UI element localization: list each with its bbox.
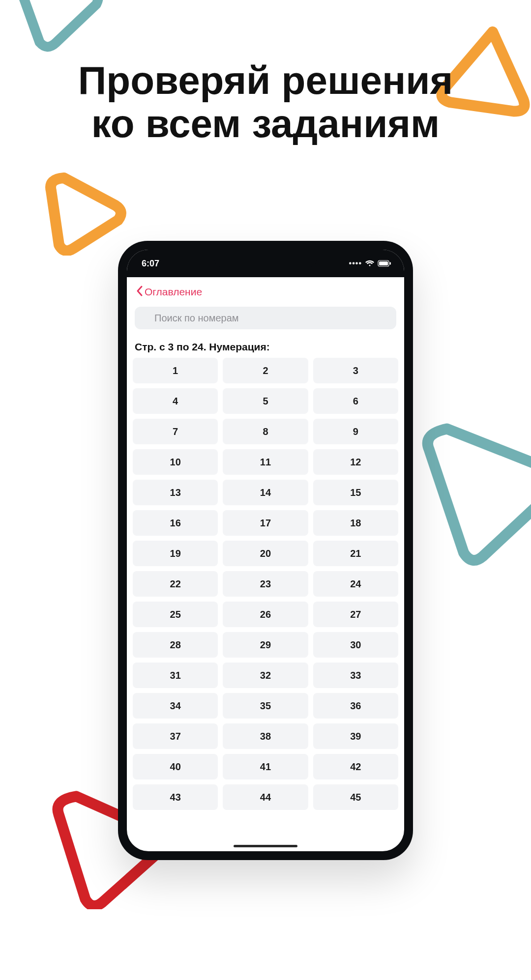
number-button[interactable]: 24 <box>313 571 398 597</box>
number-button[interactable]: 20 <box>223 541 308 566</box>
number-button[interactable]: 37 <box>133 723 218 749</box>
number-button[interactable]: 31 <box>133 663 218 688</box>
number-button[interactable]: 16 <box>133 510 218 536</box>
number-button[interactable]: 15 <box>313 480 398 505</box>
decoration-shape-teal-top <box>10 0 108 54</box>
number-button[interactable]: 36 <box>313 693 398 719</box>
number-grid: 1234567891011121314151617181920212223242… <box>127 358 404 810</box>
back-label: Оглавление <box>145 286 202 298</box>
number-button[interactable]: 17 <box>223 510 308 536</box>
number-button[interactable]: 13 <box>133 480 218 505</box>
phone-notch <box>214 250 317 268</box>
number-button[interactable]: 7 <box>133 419 218 444</box>
number-button[interactable]: 39 <box>313 723 398 749</box>
search-wrap <box>127 307 404 334</box>
number-button[interactable]: 38 <box>223 723 308 749</box>
number-button[interactable]: 41 <box>223 754 308 779</box>
number-button[interactable]: 35 <box>223 693 308 719</box>
number-button[interactable]: 1 <box>133 358 218 383</box>
number-button[interactable]: 21 <box>313 541 398 566</box>
number-button[interactable]: 44 <box>223 784 308 810</box>
number-button[interactable]: 45 <box>313 784 398 810</box>
headline-line-2: ко всем заданиям <box>91 102 440 145</box>
number-button[interactable]: 12 <box>313 449 398 475</box>
svg-rect-1 <box>379 261 388 265</box>
number-button[interactable]: 29 <box>223 632 308 658</box>
number-button[interactable]: 25 <box>133 602 218 627</box>
number-button[interactable]: 5 <box>223 388 308 414</box>
number-button[interactable]: 3 <box>313 358 398 383</box>
number-button[interactable]: 9 <box>313 419 398 444</box>
number-button[interactable]: 11 <box>223 449 308 475</box>
navigation-bar: Оглавление <box>127 277 404 307</box>
number-button[interactable]: 8 <box>223 419 308 444</box>
home-indicator <box>234 845 297 847</box>
number-button[interactable]: 30 <box>313 632 398 658</box>
decoration-shape-orange-left <box>39 167 128 256</box>
promo-headline: Проверяй решения ко всем заданиям <box>0 59 531 145</box>
number-button[interactable]: 6 <box>313 388 398 414</box>
section-title: Стр. с 3 по 24. Нумерация: <box>127 334 404 358</box>
back-button[interactable]: Оглавление <box>132 282 206 302</box>
number-button[interactable]: 40 <box>133 754 218 779</box>
signal-dots-icon: •••• <box>349 259 362 268</box>
wifi-icon <box>365 260 375 267</box>
number-button[interactable]: 34 <box>133 693 218 719</box>
decoration-shape-teal-right <box>413 410 531 568</box>
search-input[interactable] <box>135 307 396 329</box>
number-button[interactable]: 27 <box>313 602 398 627</box>
number-button[interactable]: 2 <box>223 358 308 383</box>
number-button[interactable]: 14 <box>223 480 308 505</box>
status-time: 6:07 <box>142 259 159 269</box>
number-button[interactable]: 32 <box>223 663 308 688</box>
svg-rect-2 <box>390 262 391 265</box>
number-button[interactable]: 43 <box>133 784 218 810</box>
number-button[interactable]: 42 <box>313 754 398 779</box>
number-button[interactable]: 19 <box>133 541 218 566</box>
phone-screen: 6:07 •••• Оглавление <box>127 250 404 851</box>
headline-line-1: Проверяй решения <box>78 58 453 102</box>
chevron-left-icon <box>136 285 144 299</box>
number-button[interactable]: 4 <box>133 388 218 414</box>
number-button[interactable]: 28 <box>133 632 218 658</box>
phone-mockup: 6:07 •••• Оглавление <box>118 241 413 860</box>
number-button[interactable]: 22 <box>133 571 218 597</box>
number-button[interactable]: 10 <box>133 449 218 475</box>
number-button[interactable]: 18 <box>313 510 398 536</box>
number-button[interactable]: 26 <box>223 602 308 627</box>
status-indicators: •••• <box>349 259 391 268</box>
number-button[interactable]: 33 <box>313 663 398 688</box>
number-button[interactable]: 23 <box>223 571 308 597</box>
battery-icon <box>378 260 391 267</box>
